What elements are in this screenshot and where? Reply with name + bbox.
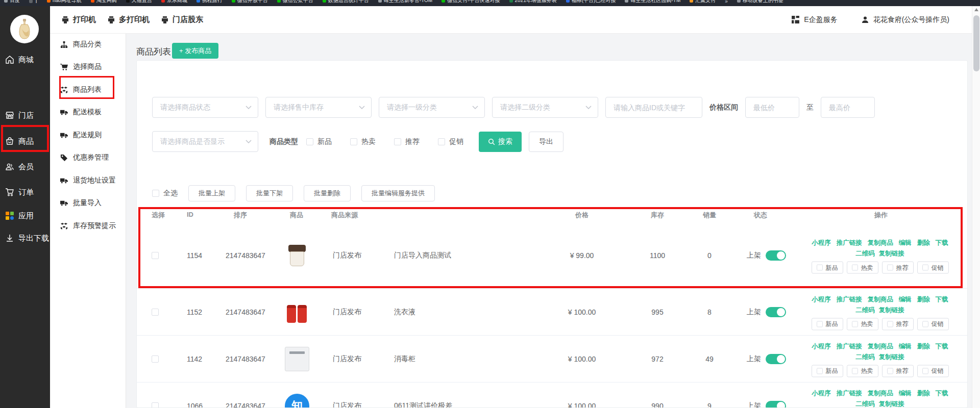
tag-hot-toggle[interactable]: 热卖 <box>847 262 878 274</box>
store-shareholder-button[interactable]: 门店股东 <box>161 15 203 24</box>
export-button[interactable]: 导出 <box>529 132 564 152</box>
bookmark-item[interactable]: 蜂王生活新零售-TOM <box>378 0 432 4</box>
scrollbar-up-arrow-icon[interactable] <box>974 8 978 11</box>
bookmark-item[interactable]: 汇聚支付 <box>690 0 716 4</box>
batch-edit-service-button[interactable]: 批量编辑服务提供 <box>361 185 435 201</box>
type-checkbox-recommend[interactable]: 推荐 <box>394 137 420 146</box>
type-checkbox-hot[interactable]: 热卖 <box>350 137 376 146</box>
copy-goods-link[interactable]: 复制商品 <box>868 238 893 248</box>
bookmark-item[interactable]: 微信开放平台 <box>232 0 268 4</box>
row-checkbox[interactable] <box>152 402 159 408</box>
download-link[interactable]: 下载 <box>936 388 948 398</box>
copy-url-link[interactable]: 复制链接 <box>879 351 904 362</box>
category2-select[interactable]: 请选择二级分类 <box>492 97 598 118</box>
status-toggle[interactable] <box>766 250 786 261</box>
edit-link[interactable]: 编辑 <box>899 294 912 304</box>
keyword-input[interactable] <box>605 97 702 118</box>
batch-down-button[interactable]: 批量下架 <box>246 185 293 201</box>
multi-printer-button[interactable]: 多打印机 <box>107 15 150 24</box>
miniprogram-link[interactable]: 小程序 <box>812 238 831 248</box>
service-menu[interactable]: E企盈服务 <box>791 15 837 24</box>
miniprogram-link[interactable]: 小程序 <box>812 294 831 304</box>
qrcode-link[interactable]: 二维码 <box>855 304 875 315</box>
tag-new-toggle[interactable]: 新品 <box>812 365 843 377</box>
tag-recommend-toggle[interactable]: 推荐 <box>882 262 914 274</box>
publish-goods-button[interactable]: + 发布商品 <box>172 43 218 59</box>
row-checkbox[interactable] <box>152 355 159 363</box>
row-checkbox[interactable] <box>152 309 159 316</box>
status-toggle[interactable] <box>766 354 786 364</box>
bookmark-item[interactable]: 蜂王生活社区团购-TM <box>625 0 680 4</box>
category1-select[interactable]: 请选择一级分类 <box>379 97 485 118</box>
bookmark-item[interactable]: 福禄(平台)已经对接 <box>566 0 616 4</box>
copy-url-link[interactable]: 复制链接 <box>879 398 904 408</box>
delete-link[interactable]: 删除 <box>917 341 930 351</box>
qrcode-link[interactable]: 二维码 <box>855 398 875 408</box>
copy-goods-link[interactable]: 复制商品 <box>868 388 893 398</box>
edit-link[interactable]: 编辑 <box>899 238 912 248</box>
printer-button[interactable]: 打印机 <box>61 15 96 24</box>
edit-link[interactable]: 编辑 <box>899 388 912 398</box>
type-checkbox-new[interactable]: 新品 <box>306 137 332 146</box>
bookmark-item[interactable]: 数据运营统计平台 <box>323 0 369 4</box>
promo-link[interactable]: 推广链接 <box>837 294 862 304</box>
stock-filter-select[interactable]: 请选择售中库存 <box>265 97 372 118</box>
qrcode-link[interactable]: 二维码 <box>855 351 875 362</box>
tag-promo-toggle[interactable]: 促销 <box>917 262 949 274</box>
submenu-item-delivery-template[interactable]: 配送模板 <box>60 106 102 118</box>
submenu-item-stock-warning[interactable]: 库存预警提示 <box>60 220 116 232</box>
delete-link[interactable]: 删除 <box>917 294 930 304</box>
type-checkbox-promo[interactable]: 促销 <box>438 137 463 146</box>
account-menu[interactable]: 花花食府(公众号操作员) <box>861 15 949 24</box>
submenu-item-select-goods[interactable]: 选择商品 <box>60 61 102 73</box>
sidebar-item-goods[interactable]: 商品 <box>5 135 34 147</box>
bookmarks-overflow-chevron-icon[interactable]: » <box>725 0 728 4</box>
promo-link[interactable]: 推广链接 <box>837 388 862 398</box>
batch-delete-button[interactable]: 批量删除 <box>304 185 351 201</box>
sidebar-item-mall[interactable]: 商城 <box>5 54 34 66</box>
edit-link[interactable]: 编辑 <box>899 341 912 351</box>
submenu-item-return-address[interactable]: 退货地址设置 <box>60 174 116 187</box>
download-link[interactable]: 下载 <box>936 294 948 304</box>
delete-link[interactable]: 删除 <box>917 238 930 248</box>
download-link[interactable]: 下载 <box>936 341 948 351</box>
goods-visible-select[interactable]: 请选择商品是否显示 <box>152 131 258 152</box>
mobile-bookmarks[interactable]: 移动设备上的书签 <box>737 0 783 4</box>
bookmark-item[interactable]: T <box>29 0 38 4</box>
row-checkbox[interactable] <box>152 252 159 259</box>
delete-link[interactable]: 删除 <box>917 388 930 398</box>
miniprogram-link[interactable]: 小程序 <box>812 388 831 398</box>
bookmark-item[interactable]: 淘宝网购 <box>91 0 117 4</box>
tag-new-toggle[interactable]: 新品 <box>812 318 843 330</box>
download-link[interactable]: 下载 <box>936 238 948 248</box>
bookmark-item[interactable]: 天猫直营 <box>126 0 152 4</box>
tag-recommend-toggle[interactable]: 推荐 <box>882 318 914 330</box>
bookmark-item[interactable]: 百度 <box>4 0 20 4</box>
submenu-item-goods-category[interactable]: 商品分类 <box>60 38 102 50</box>
copy-url-link[interactable]: 复制链接 <box>879 304 904 315</box>
qrcode-link[interactable]: 二维码 <box>855 248 875 259</box>
miniprogram-link[interactable]: 小程序 <box>812 341 831 351</box>
store-logo[interactable] <box>10 15 39 43</box>
bookmark-item[interactable]: 微信公众平台 <box>277 0 313 4</box>
bookmark-item[interactable]: 携程旅行 <box>197 0 223 4</box>
copy-goods-link[interactable]: 复制商品 <box>868 341 893 351</box>
page-scrollbar[interactable] <box>972 6 980 408</box>
tag-recommend-toggle[interactable]: 推荐 <box>882 365 914 377</box>
select-all-checkbox[interactable]: 全选 <box>152 189 178 198</box>
tag-hot-toggle[interactable]: 热卖 <box>847 318 878 330</box>
submenu-item-delivery-rules[interactable]: 配送规则 <box>60 129 102 141</box>
sidebar-item-apps[interactable]: 应用 <box>5 210 34 222</box>
tag-promo-toggle[interactable]: 促销 <box>917 365 949 377</box>
promo-link[interactable]: 推广链接 <box>837 341 862 351</box>
bookmark-item[interactable]: 微信支付-平台快速对接 <box>442 0 500 4</box>
status-toggle[interactable] <box>766 401 786 408</box>
sidebar-item-orders[interactable]: 订单 <box>5 186 34 198</box>
sidebar-item-export-download[interactable]: 导出下载 <box>5 232 49 244</box>
submenu-item-goods-list[interactable]: 商品列表 <box>60 84 102 96</box>
search-button[interactable]: 搜索 <box>479 132 522 152</box>
scrollbar-thumb[interactable] <box>973 15 979 71</box>
sidebar-item-members[interactable]: 会员 <box>5 161 34 173</box>
bookmark-item[interactable]: 2021年增值服务表 <box>509 0 557 4</box>
promo-link[interactable]: 推广链接 <box>837 238 862 248</box>
